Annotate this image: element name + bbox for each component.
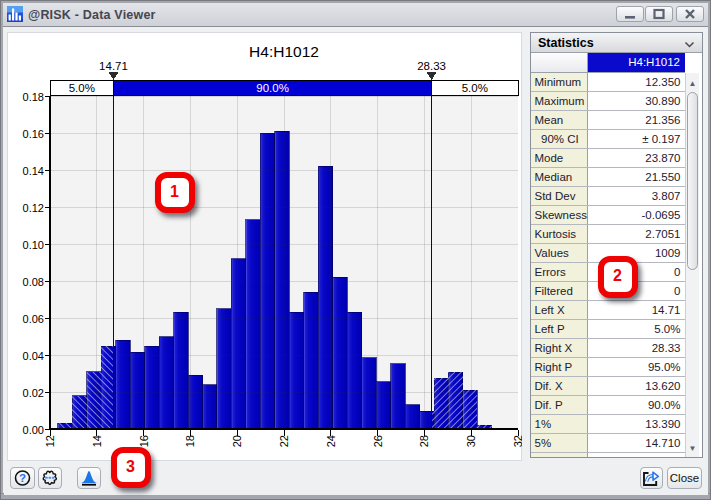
svg-text:0.06: 0.06 — [23, 313, 44, 325]
svg-text:?: ? — [19, 472, 26, 484]
svg-text:12: 12 — [44, 435, 56, 447]
svg-text:0.12: 0.12 — [23, 202, 44, 214]
svg-text:18: 18 — [184, 435, 196, 447]
svg-text:0.14: 0.14 — [23, 165, 44, 177]
svg-text:26: 26 — [372, 435, 384, 447]
svg-text:0.02: 0.02 — [23, 387, 44, 399]
svg-text:22: 22 — [278, 435, 290, 447]
svg-text:90.0%: 90.0% — [256, 82, 289, 94]
svg-text:5.0%: 5.0% — [462, 82, 488, 94]
svg-text:14.71: 14.71 — [99, 60, 128, 72]
svg-text:24: 24 — [325, 435, 337, 447]
svg-text:0.10: 0.10 — [23, 239, 44, 251]
svg-text:28.33: 28.33 — [417, 60, 446, 72]
svg-text:5.0%: 5.0% — [69, 82, 95, 94]
svg-text:0.04: 0.04 — [23, 350, 44, 362]
svg-text:30: 30 — [465, 435, 477, 447]
svg-text:20: 20 — [231, 435, 243, 447]
svg-text:16: 16 — [138, 435, 150, 447]
svg-text:14: 14 — [91, 435, 103, 447]
svg-text:32: 32 — [512, 435, 522, 447]
svg-text:0.08: 0.08 — [23, 276, 44, 288]
svg-text:0.18: 0.18 — [23, 91, 44, 103]
svg-text:0.16: 0.16 — [23, 128, 44, 140]
svg-text:28: 28 — [418, 435, 430, 447]
svg-text:0.00: 0.00 — [23, 424, 44, 436]
svg-text:H4:H1012: H4:H1012 — [249, 43, 319, 60]
